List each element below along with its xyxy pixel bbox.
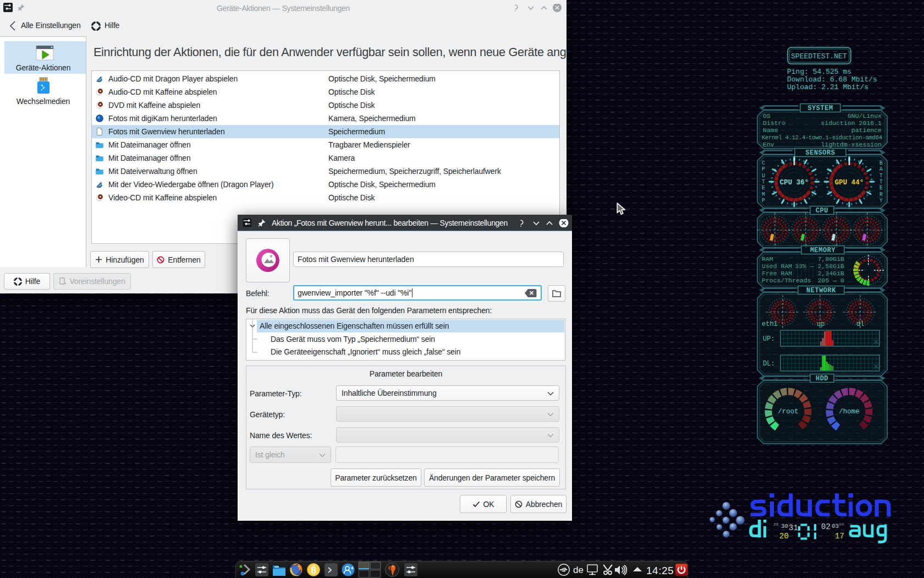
svg-text:HDD: HDD bbox=[816, 375, 828, 383]
svg-text:dl: dl bbox=[856, 320, 864, 328]
svg-text:SPEEDTEST.NET: SPEEDTEST.NET bbox=[791, 52, 847, 61]
svg-text:T: T bbox=[879, 173, 883, 179]
svg-text:14:25: 14:25 bbox=[646, 565, 674, 576]
svg-text:M: M bbox=[762, 192, 765, 198]
svg-text:UP:: UP: bbox=[763, 335, 775, 343]
svg-text:patience: patience bbox=[851, 127, 882, 134]
svg-text:T: T bbox=[762, 179, 765, 185]
svg-text:GNU/Linux: GNU/Linux bbox=[848, 112, 882, 119]
svg-text:up: up bbox=[817, 320, 824, 328]
svg-text:CPU: CPU bbox=[816, 207, 828, 215]
svg-text:2,34GiB: 2,34GiB bbox=[818, 270, 844, 277]
svg-text:Ping: 54.525 ms: Ping: 54.525 ms bbox=[787, 68, 851, 76]
svg-text:7,80GiB: 7,80GiB bbox=[818, 255, 844, 263]
svg-text:04: 04 bbox=[839, 522, 844, 527]
svg-text:MEMORY: MEMORY bbox=[810, 247, 836, 254]
svg-text:A: A bbox=[879, 166, 883, 172]
svg-text:33% — 2,58GiB: 33% — 2,58GiB bbox=[795, 263, 844, 270]
svg-text:P: P bbox=[762, 166, 765, 172]
svg-text:30: 30 bbox=[781, 523, 788, 530]
svg-text:SYSTEM: SYSTEM bbox=[807, 105, 833, 112]
svg-text:Name: Name bbox=[763, 127, 778, 134]
svg-text:Download: 6.68 Mbit/s: Download: 6.68 Mbit/s bbox=[787, 75, 877, 84]
svg-text:20: 20 bbox=[779, 532, 789, 541]
svg-text:Env: Env bbox=[763, 141, 774, 148]
svg-text:T: T bbox=[879, 179, 883, 185]
svg-text:de: de bbox=[573, 565, 584, 575]
svg-text:SENSORS: SENSORS bbox=[806, 149, 835, 157]
svg-text:lightdm-xsession: lightdm-xsession bbox=[821, 141, 882, 148]
svg-text:/root: /root bbox=[778, 408, 799, 416]
svg-text:Kernel 4.12.4-towo.1-siduction: Kernel 4.12.4-towo.1-siduction-amd64 bbox=[762, 134, 882, 141]
svg-text:E: E bbox=[762, 185, 765, 191]
svg-text:DL:: DL: bbox=[763, 360, 775, 368]
svg-text:P: P bbox=[762, 198, 765, 204]
svg-text:siduction 2016.1: siduction 2016.1 bbox=[821, 119, 882, 127]
svg-text:Upload: 2.21 Mbit/s: Upload: 2.21 Mbit/s bbox=[787, 83, 868, 91]
svg-text:03: 03 bbox=[832, 523, 839, 530]
svg-text:Y: Y bbox=[879, 198, 883, 204]
svg-text:205 — 0: 205 — 0 bbox=[818, 277, 844, 284]
svg-text:GPU 44°: GPU 44° bbox=[835, 179, 864, 187]
svg-text:CPU 36°: CPU 36° bbox=[780, 179, 809, 187]
svg-text:Used RAM: Used RAM bbox=[762, 263, 792, 270]
svg-text:31: 31 bbox=[789, 524, 798, 532]
svg-text:R: R bbox=[879, 192, 883, 198]
svg-text:Free RAM: Free RAM bbox=[762, 270, 792, 277]
svg-text:E: E bbox=[879, 185, 883, 191]
svg-text:29: 29 bbox=[773, 522, 779, 527]
svg-text:RAM: RAM bbox=[762, 255, 773, 263]
svg-text:B: B bbox=[879, 160, 883, 166]
svg-text:OS: OS bbox=[763, 112, 771, 119]
svg-text:U: U bbox=[762, 173, 765, 179]
svg-text:17: 17 bbox=[835, 532, 844, 541]
svg-text:02: 02 bbox=[821, 522, 831, 531]
svg-text:NETWORK: NETWORK bbox=[806, 287, 836, 295]
svg-text:/home: /home bbox=[839, 408, 860, 416]
svg-text:B: B bbox=[311, 565, 317, 575]
svg-text:Distro: Distro bbox=[763, 119, 786, 127]
svg-text:Procs/Threads: Procs/Threads bbox=[762, 277, 811, 284]
svg-text:C: C bbox=[762, 160, 765, 166]
svg-text:eth1: eth1 bbox=[762, 320, 778, 328]
